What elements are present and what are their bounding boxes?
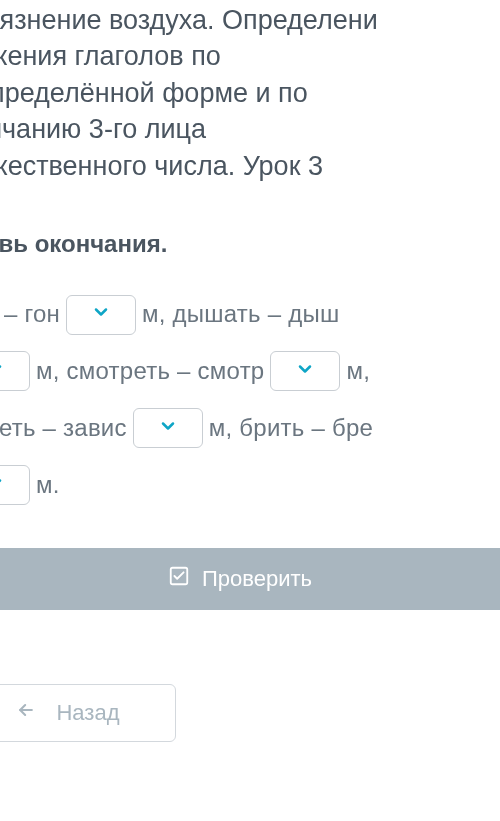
instruction-text: ставь окончания. xyxy=(0,230,500,258)
check-button[interactable]: Проверить xyxy=(0,548,500,610)
ending-dropdown[interactable] xyxy=(270,351,340,391)
exercise-text: ать – гон xyxy=(0,288,60,341)
exercise-page: агрязнение воздуха. Определениряжения гл… xyxy=(0,0,500,821)
exercise-line: м, смотреть – смотр м, xyxy=(0,345,500,398)
check-icon xyxy=(168,565,190,593)
exercise-line: м. xyxy=(0,459,500,512)
ending-dropdown[interactable] xyxy=(66,295,136,335)
ending-dropdown[interactable] xyxy=(133,408,203,448)
chevron-down-icon xyxy=(158,402,178,455)
check-button-label: Проверить xyxy=(202,566,312,592)
chevron-down-icon xyxy=(91,288,111,341)
exercise-line: ать – гон м, дышать – дыш xyxy=(0,288,500,341)
exercise-body: ать – гон м, дышать – дыш м, смотреть – … xyxy=(0,288,500,511)
exercise-line: висеть – завис м, брить – бре xyxy=(0,402,500,455)
exercise-text: м, брить – бре xyxy=(209,402,373,455)
exercise-text: висеть – завис xyxy=(0,402,127,455)
ending-dropdown[interactable] xyxy=(0,465,30,505)
chevron-down-icon xyxy=(295,345,315,398)
ending-dropdown[interactable] xyxy=(0,351,30,391)
back-button[interactable]: Назад xyxy=(0,684,176,742)
exercise-text: м, дышать – дыш xyxy=(142,288,339,341)
back-button-label: Назад xyxy=(56,700,119,726)
page-title: агрязнение воздуха. Определениряжения гл… xyxy=(0,0,500,184)
exercise-text: м, xyxy=(346,345,370,398)
exercise-text: м. xyxy=(36,459,60,512)
exercise-text: м, смотреть – смотр xyxy=(36,345,264,398)
arrow-left-icon xyxy=(16,700,36,726)
chevron-down-icon xyxy=(0,459,5,512)
chevron-down-icon xyxy=(0,345,5,398)
